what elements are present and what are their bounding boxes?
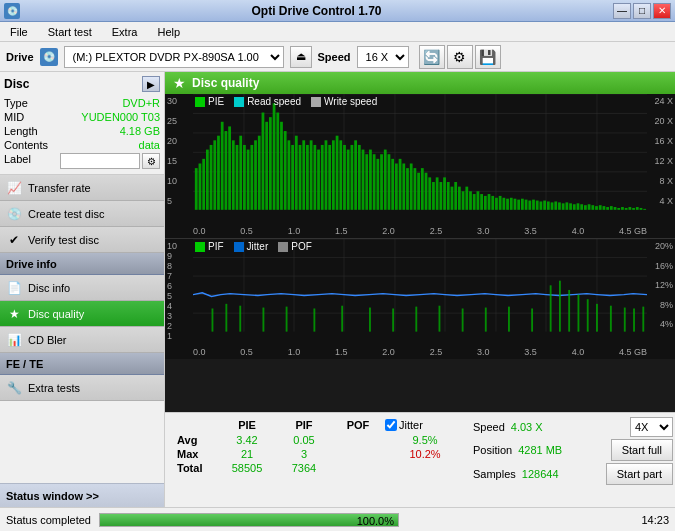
svg-rect-20 [217, 136, 220, 210]
minimize-button[interactable]: — [613, 3, 631, 19]
svg-rect-149 [212, 308, 214, 331]
svg-rect-47 [317, 150, 320, 210]
svg-rect-46 [313, 145, 316, 210]
svg-rect-55 [347, 150, 350, 210]
svg-rect-170 [610, 306, 612, 332]
menu-start-test[interactable]: Start test [42, 24, 98, 40]
total-pof [331, 461, 385, 475]
svg-rect-18 [210, 145, 213, 210]
menu-bar: File Start test Extra Help [0, 22, 675, 42]
svg-rect-60 [365, 154, 368, 210]
svg-rect-34 [269, 117, 272, 210]
svg-rect-41 [295, 136, 298, 210]
legend-write-speed-label: Write speed [324, 96, 377, 107]
drive-info-section[interactable]: Drive info [0, 253, 164, 275]
main-layout: Disc ▶ Type DVD+R MID YUDEN000 T03 Lengt… [0, 72, 675, 507]
svg-rect-89 [473, 194, 476, 210]
svg-rect-167 [578, 295, 580, 332]
title-bar: 💿 Opti Drive Control 1.70 — □ ✕ [0, 0, 675, 22]
jitter-label: Jitter [399, 419, 423, 431]
nav-cd-bler[interactable]: 📊 CD Bler [0, 327, 164, 353]
svg-rect-64 [380, 154, 383, 210]
svg-rect-37 [280, 122, 283, 210]
svg-rect-109 [547, 201, 550, 209]
svg-rect-39 [288, 140, 291, 209]
refresh-button[interactable]: 🔄 [419, 45, 445, 69]
svg-rect-164 [550, 285, 552, 331]
fe-te-section[interactable]: FE / TE [0, 353, 164, 375]
nav-transfer-rate[interactable]: 📈 Transfer rate [0, 175, 164, 201]
nav-verify-test-disc-label: Verify test disc [28, 234, 99, 246]
start-full-button[interactable]: Start full [611, 439, 673, 461]
svg-rect-72 [410, 163, 413, 209]
svg-rect-21 [221, 122, 224, 210]
status-window-bar[interactable]: Status window >> [0, 483, 164, 507]
chart-top-legend: PIE Read speed Write speed [195, 96, 377, 107]
svg-rect-161 [485, 308, 487, 332]
disc-expand-button[interactable]: ▶ [142, 76, 160, 92]
jitter-checkbox[interactable] [385, 419, 397, 431]
svg-rect-65 [384, 150, 387, 210]
svg-rect-92 [484, 196, 487, 210]
create-test-disc-icon: 💿 [6, 206, 22, 222]
chart-top-svg [193, 94, 647, 210]
svg-rect-70 [402, 163, 405, 209]
maximize-button[interactable]: □ [633, 3, 651, 19]
svg-rect-98 [506, 199, 509, 210]
label-config-button[interactable]: ⚙ [142, 153, 160, 169]
svg-rect-135 [643, 209, 646, 210]
svg-rect-116 [573, 204, 576, 210]
nav-disc-quality[interactable]: ★ Disc quality [0, 301, 164, 327]
disc-label-input[interactable] [60, 153, 140, 169]
speed-select-stats[interactable]: 4X8XMax [630, 417, 673, 437]
chart-bottom-y-right: 20% 16% 12% 8% 4% [647, 239, 675, 341]
svg-rect-117 [577, 203, 580, 209]
disc-contents-value: data [139, 139, 160, 151]
samples-row: Samples 128644 Start part [473, 463, 673, 485]
drive-select[interactable]: (M:) PLEXTOR DVDR PX-890SA 1.00 [64, 46, 284, 68]
legend-read-speed-color [234, 97, 244, 107]
disc-label-row: Label ⚙ [4, 152, 160, 170]
svg-rect-54 [343, 145, 346, 210]
svg-rect-165 [559, 281, 561, 332]
svg-rect-97 [502, 198, 505, 210]
svg-rect-162 [508, 307, 510, 332]
sidebar: Disc ▶ Type DVD+R MID YUDEN000 T03 Lengt… [0, 72, 165, 507]
menu-extra[interactable]: Extra [106, 24, 144, 40]
fe-te-label: FE / TE [6, 358, 43, 370]
position-row: Position 4281 MB Start full [473, 439, 673, 461]
avg-pif: 0.05 [277, 433, 331, 447]
speed-row: Speed 4.03 X 4X8XMax [473, 417, 673, 437]
svg-rect-53 [339, 140, 342, 209]
start-part-button[interactable]: Start part [606, 463, 673, 485]
svg-rect-103 [525, 200, 528, 210]
svg-rect-158 [415, 307, 417, 332]
svg-rect-40 [291, 145, 294, 210]
nav-create-test-disc[interactable]: 💿 Create test disc [0, 201, 164, 227]
disc-contents-row: Contents data [4, 138, 160, 152]
nav-verify-test-disc[interactable]: ✔ Verify test disc [0, 227, 164, 253]
nav-disc-info[interactable]: 📄 Disc info [0, 275, 164, 301]
nav-extra-tests[interactable]: 🔧 Extra tests [0, 375, 164, 401]
total-label: Total [173, 461, 217, 475]
svg-rect-123 [599, 205, 602, 210]
svg-rect-114 [565, 202, 568, 209]
save-button[interactable]: 💾 [475, 45, 501, 69]
drive-icon: 💿 [40, 48, 58, 66]
close-button[interactable]: ✕ [653, 3, 671, 19]
svg-rect-153 [286, 307, 288, 332]
svg-rect-73 [414, 168, 417, 210]
svg-rect-43 [302, 140, 305, 209]
svg-rect-119 [584, 205, 587, 210]
speed-select[interactable]: 16 X [357, 46, 409, 68]
legend-write-speed: Write speed [311, 96, 377, 107]
charts-area: PIE Read speed Write speed 30 25 20 [165, 94, 675, 412]
samples-label: Samples [473, 468, 516, 480]
menu-file[interactable]: File [4, 24, 34, 40]
eject-button[interactable]: ⏏ [290, 46, 312, 68]
config-button[interactable]: ⚙ [447, 45, 473, 69]
legend-jitter-label: Jitter [247, 241, 269, 252]
svg-rect-173 [642, 307, 644, 332]
svg-rect-150 [225, 304, 227, 332]
menu-help[interactable]: Help [151, 24, 186, 40]
